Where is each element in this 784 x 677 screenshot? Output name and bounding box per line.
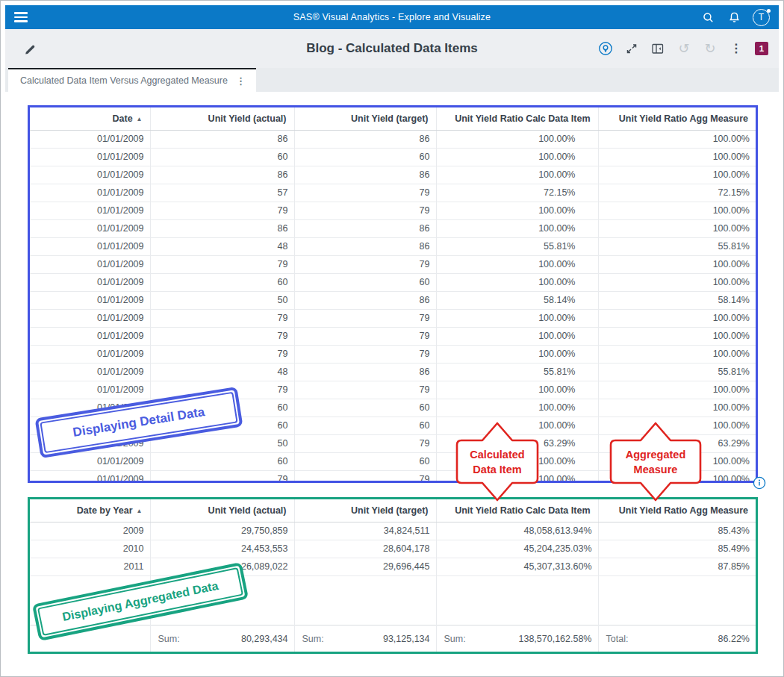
- spacer-cell: [598, 575, 756, 625]
- table-row[interactable]: 01/01/20097979100.00%100.00%: [30, 202, 756, 219]
- column-header[interactable]: Unit Yield Ratio Agg Measure: [598, 107, 756, 130]
- sort-ascending-icon: ▲: [137, 508, 143, 514]
- cell: 60: [294, 417, 436, 434]
- info-icon[interactable]: [753, 476, 766, 490]
- cell: 2009: [30, 522, 150, 540]
- user-avatar[interactable]: T: [753, 9, 770, 26]
- cell: 60: [294, 273, 436, 291]
- summary-cell: Sum:80,293,434: [150, 625, 294, 653]
- cell: 48,058,613.94%: [436, 522, 598, 540]
- tab-menu-icon[interactable]: ⋮: [233, 75, 249, 87]
- cell: 100.00%: [436, 130, 598, 148]
- cell: 79: [294, 345, 436, 363]
- cell: 100.00%: [436, 309, 598, 327]
- cell: 86: [294, 219, 436, 237]
- redo-icon[interactable]: ↻: [703, 41, 718, 56]
- callout-agg-line1: Aggregated: [626, 449, 686, 461]
- callout-aggregated-measure: Aggregated Measure: [609, 421, 702, 503]
- panel-toggle-icon[interactable]: [650, 41, 665, 56]
- hamburger-menu-icon[interactable]: [14, 12, 28, 22]
- report-toolbar: Blog - Calculated Data Items: [5, 29, 779, 68]
- spacer-cell: [436, 575, 598, 625]
- table-row[interactable]: 01/01/20097979100.00%100.00%: [30, 327, 756, 345]
- undo-icon[interactable]: ↺: [676, 41, 691, 56]
- cell: 86: [294, 363, 436, 381]
- cell: 86: [294, 237, 436, 255]
- cell: 60: [294, 399, 436, 417]
- callout-agg-line2: Measure: [634, 464, 678, 475]
- cell: 79: [150, 255, 294, 273]
- cell: 85.43%: [598, 522, 756, 540]
- table-row[interactable]: 201126,089,02229,696,44545,307,313.60%87…: [30, 558, 756, 575]
- cell: 79: [150, 345, 294, 363]
- cell: 100.00%: [436, 219, 598, 237]
- table-row[interactable]: 01/01/20097979100.00%100.00%: [30, 255, 756, 273]
- detail-data-stamp-label: Displaying Detail Data: [72, 405, 205, 440]
- cell: 85.49%: [598, 540, 756, 558]
- cell: 01/01/2009: [30, 255, 150, 273]
- column-header[interactable]: Date by Year▲: [30, 499, 150, 522]
- tab-label: Calculated Data Item Versus Aggregated M…: [20, 75, 233, 86]
- table-row[interactable]: 01/01/2009488655.81%55.81%: [30, 237, 756, 255]
- app-bar: SAS® Visual Analytics - Explore and Visu…: [5, 5, 779, 29]
- aggregated-table-container: Date by Year▲Unit Yield (actual)Unit Yie…: [28, 497, 758, 654]
- cell: 100.00%: [598, 166, 756, 184]
- cell: 72.15%: [598, 184, 756, 202]
- table-row[interactable]: 200929,750,85934,824,51148,058,613.94%85…: [30, 522, 756, 540]
- cell: 01/01/2009: [30, 309, 150, 327]
- cell: 100.00%: [598, 202, 756, 219]
- cell: 24,453,553: [150, 540, 294, 558]
- aggregated-table: Date by Year▲Unit Yield (actual)Unit Yie…: [30, 499, 756, 653]
- cell: 79: [294, 255, 436, 273]
- cell: 55.81%: [598, 237, 756, 255]
- table-row[interactable]: 01/01/2009508658.14%58.14%: [30, 291, 756, 309]
- table-row[interactable]: 01/01/20098686100.00%100.00%: [30, 166, 756, 184]
- cell: 100.00%: [598, 255, 756, 273]
- cell: 86: [150, 166, 294, 184]
- cell: 60: [294, 452, 436, 470]
- summary-value: 93,125,134: [383, 634, 430, 644]
- cell: 01/01/2009: [30, 363, 150, 381]
- table-row[interactable]: 01/01/20098686100.00%100.00%: [30, 219, 756, 237]
- maximize-icon[interactable]: [624, 41, 639, 56]
- table-row[interactable]: 01/01/2009577972.15%72.15%: [30, 184, 756, 202]
- column-header[interactable]: Unit Yield (actual): [150, 107, 294, 130]
- notifications-bell-icon[interactable]: [727, 10, 741, 25]
- cell: 58.14%: [598, 291, 756, 309]
- column-header[interactable]: Unit Yield Ratio Calc Data Item: [436, 107, 598, 130]
- cell: 79: [294, 309, 436, 327]
- table-row[interactable]: 01/01/20096060100.00%100.00%: [30, 148, 756, 166]
- spacer-cell: [294, 575, 436, 625]
- sort-ascending-icon: ▲: [137, 116, 143, 122]
- insights-lamp-icon[interactable]: [598, 41, 613, 56]
- cell: 100.00%: [436, 273, 598, 291]
- summary-label: Total:: [606, 634, 629, 644]
- column-header[interactable]: Unit Yield (actual): [150, 499, 294, 522]
- cell: 55.81%: [436, 363, 598, 381]
- header-row: Date▲Unit Yield (actual)Unit Yield (targ…: [30, 107, 756, 130]
- cell: 86: [150, 219, 294, 237]
- table-row[interactable]: 01/01/20097979100.00%100.00%: [30, 309, 756, 327]
- search-icon[interactable]: [700, 10, 715, 25]
- table-row[interactable]: 01/01/20098686100.00%100.00%: [30, 130, 756, 148]
- cell: 79: [294, 381, 436, 399]
- table-row[interactable]: 201024,453,55328,604,17845,204,235.03%85…: [30, 540, 756, 558]
- callout-calculated-data-item: Calculated Data Item: [455, 421, 539, 503]
- column-header[interactable]: Unit Yield (target): [294, 499, 436, 522]
- table-row[interactable]: 01/01/20097979100.00%100.00%: [30, 381, 756, 399]
- table-row[interactable]: 01/01/2009488655.81%55.81%: [30, 363, 756, 381]
- table-row[interactable]: 01/01/20097979100.00%100.00%: [30, 345, 756, 363]
- cell: 45,204,235.03%: [436, 540, 598, 558]
- summary-value: 138,570,162.58%: [518, 634, 591, 644]
- cell: 01/01/2009: [30, 291, 150, 309]
- summary-label: Sum:: [158, 634, 180, 644]
- column-header[interactable]: Date▲: [30, 107, 150, 130]
- table-row[interactable]: 01/01/20096060100.00%100.00%: [30, 273, 756, 291]
- column-header[interactable]: Unit Yield (target): [294, 107, 436, 130]
- cell: 100.00%: [598, 309, 756, 327]
- tab-calculated-vs-aggregated[interactable]: Calculated Data Item Versus Aggregated M…: [8, 68, 256, 92]
- cell: 01/01/2009: [30, 470, 150, 483]
- cell: 01/01/2009: [30, 381, 150, 399]
- alert-count-badge[interactable]: 1: [755, 42, 768, 55]
- overflow-menu-icon[interactable]: ⋮: [729, 41, 744, 56]
